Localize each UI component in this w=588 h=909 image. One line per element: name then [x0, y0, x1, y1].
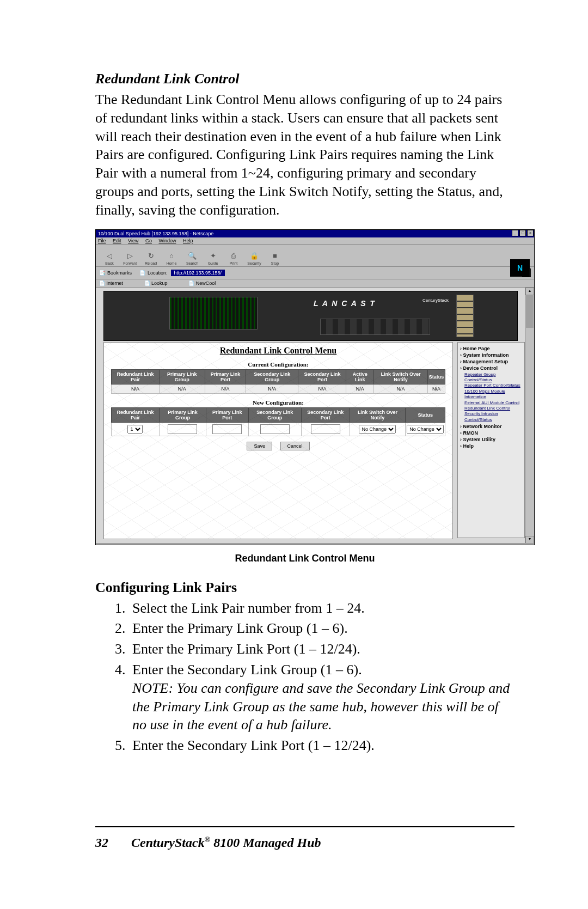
table-cell: N/A — [159, 384, 205, 393]
nav-link[interactable]: 10/100 Mbps Module Information — [464, 389, 522, 400]
vertical-scrollbar[interactable]: ▴ ▾ — [525, 288, 534, 544]
nav-group[interactable]: › Network Monitor — [460, 424, 522, 429]
toolbar: ◁Back▷Forward↻Reload⌂Home🔍Search✦Guide⎙P… — [96, 245, 534, 267]
menu-window[interactable]: Window — [158, 238, 176, 243]
list-item: Enter the Secondary Link Port (1 – 12/24… — [129, 736, 514, 755]
menu-help[interactable]: Help — [183, 238, 193, 243]
primary-group-input[interactable] — [160, 422, 206, 436]
column-header: Secondary Link Port — [301, 407, 350, 422]
bookmarks-label[interactable]: Bookmarks — [107, 270, 132, 276]
status-select[interactable]: No Change — [406, 422, 445, 436]
link-newcool[interactable]: 📄 NewCool — [188, 280, 225, 286]
print-icon: ⎙ — [223, 251, 244, 261]
secondary-group-input[interactable] — [248, 422, 301, 436]
toolbar-search[interactable]: 🔍Search — [182, 251, 203, 265]
toolbar-home[interactable]: ⌂Home — [161, 251, 182, 265]
nav-link[interactable]: Repeater Port Control/Status — [464, 383, 522, 388]
side-nav: › Home Page› System Information› Managem… — [457, 342, 525, 538]
table-cell: N/A — [374, 384, 427, 393]
subsection-heading: Configuring Link Pairs — [95, 579, 514, 596]
pair-select[interactable]: 1 — [111, 422, 159, 436]
new-config-heading: New Configuration: — [104, 399, 452, 406]
statusbar: Document: Done — [96, 543, 534, 545]
menubar[interactable]: File Edit View Go Window Help — [96, 237, 534, 245]
column-header: Primary Link Group — [160, 407, 206, 422]
column-header: Primary Link Group — [159, 369, 205, 384]
table-cell: N/A — [298, 384, 346, 393]
link-internet[interactable]: 📄 Internet — [99, 280, 133, 286]
figure-caption: Redundant Link Control Menu — [95, 553, 514, 564]
list-item: Enter the Primary Link Group (1 – 6). — [129, 619, 514, 638]
table-cell: N/A — [246, 384, 298, 393]
lancast-logo: L A N C A S T — [314, 299, 376, 308]
nav-group[interactable]: › Help — [460, 443, 522, 449]
page-number: 32 — [95, 835, 128, 850]
list-item: Enter the Primary Link Port (1 – 12/24). — [129, 640, 514, 658]
steps-list: Select the Link Pair number from 1 – 24.… — [114, 599, 514, 755]
menu-edit[interactable]: Edit — [113, 238, 121, 243]
column-header: Primary Link Port — [205, 369, 246, 384]
table-cell: N/A — [346, 384, 374, 393]
nav-link[interactable]: Security Intrusion Control/Status — [464, 411, 522, 423]
current-config-table: Redundant Link PairPrimary Link GroupPri… — [111, 369, 445, 394]
table-cell: N/A — [427, 384, 445, 393]
toolbar-forward[interactable]: ▷Forward — [120, 251, 140, 265]
cancel-button[interactable]: Cancel — [280, 442, 310, 450]
page-footer: 32 CenturyStack® 8100 Managed Hub — [95, 835, 321, 850]
nav-link[interactable]: Repeater Group Control/Status — [464, 372, 522, 383]
toolbar-guide[interactable]: ✦Guide — [203, 251, 223, 265]
link-lookup[interactable]: 📄 Lookup — [144, 280, 177, 286]
column-header: Primary Link Port — [206, 407, 248, 422]
primary-port-input[interactable] — [206, 422, 248, 436]
toolbar-back[interactable]: ◁Back — [99, 251, 120, 265]
device-led-panel — [169, 297, 258, 330]
intro-paragraph: The Redundant Link Control Menu allows c… — [95, 90, 514, 219]
nav-link[interactable]: Redundant Link Control — [464, 406, 522, 411]
save-button[interactable]: Save — [247, 442, 272, 450]
titlebar: 10/100 Dual Speed Hub [192.133.95.158] -… — [96, 230, 534, 237]
back-icon: ◁ — [99, 251, 120, 261]
footer-title: CenturyStack® 8100 Managed Hub — [131, 835, 321, 850]
scroll-down-icon[interactable]: ▾ — [525, 536, 534, 544]
location-bar: 📑 Bookmarks 📄 Location: http://192.133.9… — [96, 267, 534, 279]
nav-group[interactable]: › System Information — [460, 352, 522, 358]
maximize-icon[interactable]: □ — [519, 230, 526, 236]
bookmarks-icon[interactable]: 📑 — [99, 270, 105, 276]
search-icon: 🔍 — [182, 251, 203, 261]
toolbar-stop[interactable]: ■Stop — [265, 251, 285, 265]
panel-title: Redundant Link Control Menu — [104, 346, 452, 356]
personal-toolbar: 📄 Internet 📄 Lookup 📄 NewCool — [96, 279, 534, 288]
nav-group[interactable]: › System Utility — [460, 437, 522, 442]
close-icon[interactable]: × — [527, 230, 534, 236]
nav-group[interactable]: › Management Setup — [460, 359, 522, 364]
column-header: Link Switch Over Notify — [374, 369, 427, 384]
scroll-thumb[interactable] — [526, 295, 534, 328]
notify-select[interactable]: No Change — [350, 422, 406, 436]
column-header: Link Switch Over Notify — [350, 407, 406, 422]
location-field[interactable]: http://192.133.95.158/ — [171, 270, 225, 276]
scroll-up-icon[interactable]: ▴ — [525, 288, 534, 295]
column-header: Active Link — [346, 369, 374, 384]
menu-go[interactable]: Go — [145, 238, 152, 243]
list-item: Enter the Secondary Link Group (1 – 6).N… — [129, 661, 514, 734]
toolbar-reload[interactable]: ↻Reload — [140, 251, 161, 265]
nav-group[interactable]: › Home Page — [460, 346, 522, 351]
nav-group[interactable]: › RMON — [460, 430, 522, 436]
column-header: Secondary Link Group — [246, 369, 298, 384]
menu-view[interactable]: View — [128, 238, 138, 243]
minimize-icon[interactable]: _ — [512, 230, 518, 236]
footer-divider — [95, 826, 514, 827]
secondary-port-input[interactable] — [301, 422, 350, 436]
nav-group[interactable]: › Device Control — [460, 365, 522, 371]
window-buttons: _ □ × — [511, 230, 534, 237]
reload-icon: ↻ — [140, 251, 161, 261]
toolbar-print[interactable]: ⎙Print — [223, 251, 244, 265]
security-icon: 🔒 — [244, 251, 265, 261]
section-title: Redundant Link Control — [95, 71, 514, 87]
nav-link[interactable]: External AUI Module Control — [464, 400, 522, 406]
menu-file[interactable]: File — [98, 238, 106, 243]
document-page: Redundant Link Control The Redundant Lin… — [0, 0, 588, 909]
menu-panel: Redundant Link Control Menu Current Conf… — [103, 342, 453, 539]
embedded-screenshot: 10/100 Dual Speed Hub [192.133.95.158] -… — [95, 229, 534, 545]
toolbar-security[interactable]: 🔒Security — [244, 251, 265, 265]
